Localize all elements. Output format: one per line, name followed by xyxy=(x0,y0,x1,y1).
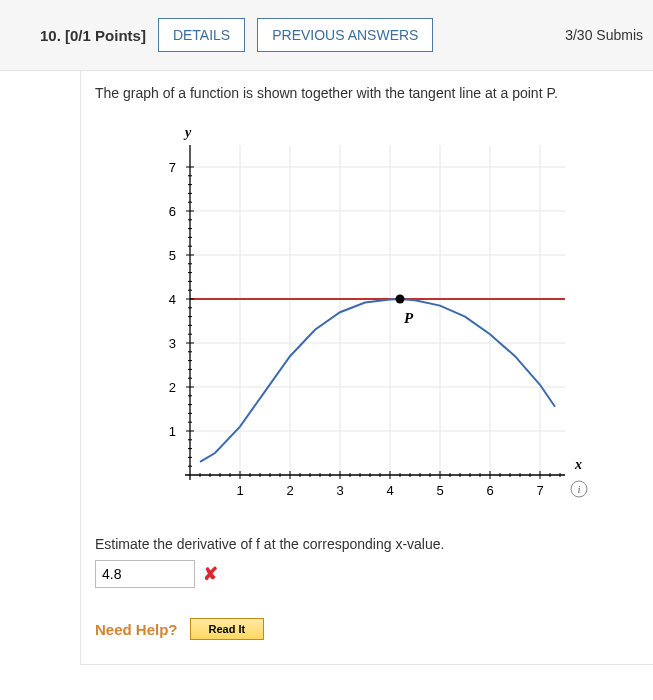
svg-text:i: i xyxy=(577,483,580,495)
previous-answers-button[interactable]: PREVIOUS ANSWERS xyxy=(257,18,433,52)
svg-text:4: 4 xyxy=(169,292,176,307)
svg-text:y: y xyxy=(183,125,192,140)
graph-figure: 12345671234567yxPi xyxy=(95,115,647,518)
svg-text:2: 2 xyxy=(169,380,176,395)
qnum-text: 10. xyxy=(40,27,61,44)
details-button[interactable]: DETAILS xyxy=(158,18,245,52)
svg-text:4: 4 xyxy=(386,483,393,498)
problem-prompt: The graph of a function is shown togethe… xyxy=(95,85,647,101)
svg-text:6: 6 xyxy=(486,483,493,498)
question-number: 10. [0/1 Points] xyxy=(40,27,146,44)
svg-text:5: 5 xyxy=(169,248,176,263)
answer-row: ✘ xyxy=(95,560,647,588)
incorrect-icon: ✘ xyxy=(203,563,218,585)
question-header: 10. [0/1 Points] DETAILS PREVIOUS ANSWER… xyxy=(0,0,653,71)
answer-input[interactable] xyxy=(95,560,195,588)
svg-text:7: 7 xyxy=(169,160,176,175)
svg-text:7: 7 xyxy=(536,483,543,498)
question-body: The graph of a function is shown togethe… xyxy=(80,71,653,665)
help-row: Need Help? Read It xyxy=(95,618,647,640)
graph-svg: 12345671234567yxPi xyxy=(135,115,605,515)
svg-text:3: 3 xyxy=(169,336,176,351)
submissions-count: 3/30 Submis xyxy=(565,27,643,43)
read-it-button[interactable]: Read It xyxy=(190,618,265,640)
points-text: [0/1 Points] xyxy=(65,27,146,44)
svg-text:1: 1 xyxy=(236,483,243,498)
need-help-label: Need Help? xyxy=(95,621,178,638)
svg-text:P: P xyxy=(404,310,414,326)
svg-text:5: 5 xyxy=(436,483,443,498)
svg-text:2: 2 xyxy=(286,483,293,498)
svg-point-105 xyxy=(396,295,405,304)
svg-text:1: 1 xyxy=(169,424,176,439)
svg-text:6: 6 xyxy=(169,204,176,219)
svg-text:x: x xyxy=(574,457,582,472)
derivative-question: Estimate the derivative of f at the corr… xyxy=(95,536,647,552)
svg-text:3: 3 xyxy=(336,483,343,498)
